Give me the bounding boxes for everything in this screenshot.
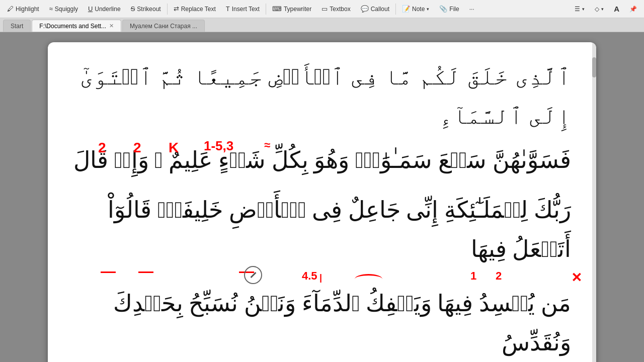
red-underline-3a	[101, 272, 116, 273]
file-tab-label: F:\Documents and Sett...	[39, 23, 106, 30]
separator-1	[167, 4, 168, 15]
tabs-bar: Start F:\Documents and Sett... ✕ Мyалем …	[0, 18, 644, 32]
start-tab[interactable]: Start	[3, 20, 31, 32]
note-tool[interactable]: 📝 Note ▾	[397, 0, 434, 18]
replace-text-icon: ⇄	[174, 5, 179, 13]
lines-tool[interactable]: ☰ ▾	[570, 0, 590, 18]
lines-dropdown: ▾	[582, 7, 585, 12]
file-icon: 📎	[439, 5, 447, 13]
arabic-line-2: فَسَوَّىٰهُنَّ سَبۡعَ سَمَـٰوَٰتٍۚ وَهُو…	[73, 141, 571, 180]
callout-tool[interactable]: 💬 Callout	[356, 0, 394, 18]
file-tab-close[interactable]: ✕	[109, 23, 114, 29]
red-2c: 2	[496, 266, 502, 285]
shape-icon: ◇	[595, 6, 599, 13]
underline-icon: U	[88, 5, 93, 13]
note-dropdown-icon: ▾	[427, 7, 429, 12]
replace-text-tool[interactable]: ⇄ Replace Text	[169, 0, 221, 18]
scrollbar-track[interactable]	[592, 42, 596, 362]
arabic-line-3: رَبُّكَ لِلۡمَلَـٰٓئِكَةِ إِنِّى جَاعِلٌ…	[73, 191, 571, 269]
typewriter-label: Typewriter	[284, 6, 311, 13]
strikeout-label: Strikeout	[137, 6, 160, 13]
red-vertical-line: |	[319, 270, 322, 286]
shape-dropdown: ▾	[601, 7, 604, 12]
red-letter-k: K	[169, 136, 179, 160]
textbox-tool[interactable]: ▭ Textbox	[316, 0, 355, 18]
file-tab[interactable]: F:\Documents and Sett... ✕	[32, 20, 121, 32]
underline-tool[interactable]: U Underline	[83, 0, 126, 18]
textbox-label: Textbox	[330, 6, 350, 13]
pin-icon: 📌	[629, 6, 637, 13]
strikeout-tool[interactable]: S Strikeout	[126, 0, 166, 18]
line-4-wrapper: مَن يُفۡسِدُ فِيهَا وَيَسۡفِكُ ٱلدِّمَآء…	[73, 284, 571, 362]
replace-text-label: Replace Text	[181, 6, 216, 13]
second-tab-label: Мyалем Сани Старая ...	[130, 23, 197, 30]
highlight-icon: 🖊	[7, 5, 14, 13]
arabic-line-4: مَن يُفۡسِدُ فِيهَا وَيَسۡفِكُ ٱلدِّمَآء…	[73, 284, 571, 362]
line-3-wrapper: رَبُّكَ لِلۡمَلَـٰٓئِكَةِ إِنِّى جَاعِلٌ…	[73, 191, 571, 269]
text-size-tool[interactable]: A	[609, 0, 624, 18]
main-area: ٱلَّذِى خَلَقَ لَكُم مَّا فِى ٱلۡأَرۡضِ …	[0, 32, 644, 362]
insert-text-icon: T	[226, 5, 230, 13]
red-number-2b: 2	[133, 136, 141, 160]
squiggly-label: Squiggly	[55, 6, 78, 13]
highlight-label: Highlight	[16, 6, 39, 13]
scrollbar-thumb[interactable]	[592, 57, 596, 77]
insert-text-tool[interactable]: T Insert Text	[221, 0, 265, 18]
cursor-line	[250, 272, 256, 278]
strikeout-icon: S	[131, 5, 135, 13]
line-2-wrapper: فَسَوَّىٰهُنَّ سَبۡعَ سَمَـٰوَٰتٍۚ وَهُو…	[73, 141, 571, 180]
pin-tool[interactable]: 📌	[624, 0, 642, 18]
toolbar: 🖊 Highlight ≈ Squiggly U Underline S Str…	[0, 0, 644, 18]
callout-label: Callout	[371, 6, 389, 13]
shape-tool[interactable]: ◇ ▾	[590, 0, 609, 18]
underline-label: Underline	[95, 6, 120, 13]
typewriter-tool[interactable]: ⌨ Typewriter	[267, 0, 316, 18]
red-arc-4	[355, 274, 382, 284]
highlight-tool[interactable]: 🖊 Highlight	[2, 0, 44, 18]
squiggly-icon: ≈	[49, 5, 53, 13]
red-squiggle: ≈	[264, 136, 270, 154]
red-number-2a: 2	[98, 136, 106, 160]
red-underline-3b	[138, 272, 153, 273]
lines-icon: ☰	[575, 6, 580, 13]
more-icon: ···	[469, 6, 474, 13]
file-tool[interactable]: 📎 File	[434, 0, 464, 18]
text-size-icon: A	[614, 5, 619, 13]
red-numbers-1-5-3-2: 1-5,3	[204, 135, 233, 157]
circle-cursor	[244, 266, 262, 284]
red-x: ✕	[571, 266, 582, 289]
callout-icon: 💬	[361, 5, 369, 13]
note-label: Note	[412, 6, 425, 13]
red-4-5: 4.5	[302, 266, 317, 285]
line-1: ٱلَّذِى خَلَقَ لَكُم مَّا فِى ٱلۡأَرۡضِ …	[73, 57, 571, 136]
arabic-text-content: ٱلَّذِى خَلَقَ لَكُم مَّا فِى ٱلۡأَرۡضِ …	[73, 57, 571, 362]
document-page: ٱلَّذِى خَلَقَ لَكُم مَّا فِى ٱلۡأَرۡضِ …	[48, 42, 596, 362]
typewriter-icon: ⌨	[272, 5, 282, 13]
squiggly-tool[interactable]: ≈ Squiggly	[44, 0, 83, 18]
separator-3	[395, 4, 396, 15]
second-tab[interactable]: Мyалем Сани Старая ...	[122, 20, 205, 32]
note-icon: 📝	[402, 5, 410, 13]
insert-text-label: Insert Text	[232, 6, 260, 13]
file-label: File	[449, 6, 459, 13]
arabic-line-1: ٱلَّذِى خَلَقَ لَكُم مَّا فِى ٱلۡأَرۡضِ …	[73, 57, 571, 136]
separator-2	[266, 4, 266, 15]
start-tab-label: Start	[11, 23, 23, 30]
red-1a: 1	[470, 266, 476, 285]
more-tools[interactable]: ···	[464, 0, 479, 18]
textbox-icon: ▭	[321, 5, 328, 13]
